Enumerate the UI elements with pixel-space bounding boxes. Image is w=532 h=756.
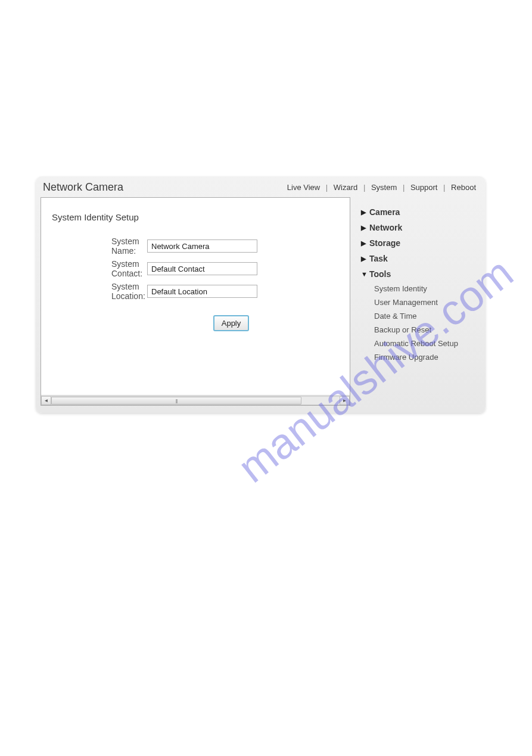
nav-wizard[interactable]: Wizard [331, 183, 360, 192]
nav-support[interactable]: Support [408, 183, 440, 192]
scroll-track[interactable]: ||| [51, 396, 340, 405]
content-title: System Identity Setup [52, 212, 339, 222]
label-system-name: System Name: [52, 237, 147, 256]
sidebar-item-storage[interactable]: ▶ Storage [361, 235, 486, 251]
subitem-date-time[interactable]: Date & Time [361, 309, 486, 323]
sidebar-item-label: Tools [369, 269, 391, 279]
scroll-left-arrow-icon[interactable]: ◄ [41, 396, 51, 405]
input-system-name[interactable] [147, 239, 257, 253]
nav-separator: | [362, 183, 366, 192]
apply-button[interactable]: Apply [213, 315, 250, 331]
subitem-backup-reset[interactable]: Backup or Reset [361, 323, 486, 337]
nav-separator: | [325, 183, 329, 192]
label-system-location: System Location: [52, 282, 147, 301]
row-system-location: System Location: [52, 282, 339, 301]
sidebar-item-label: Storage [369, 238, 400, 248]
main-area: System Identity Setup System Name: Syste… [36, 197, 486, 406]
main-panel: Network Camera Live View | Wizard | Syst… [36, 176, 486, 413]
nav-live-view[interactable]: Live View [285, 183, 322, 192]
chevron-right-icon: ▶ [361, 239, 369, 247]
top-nav: Live View | Wizard | System | Support | … [285, 183, 478, 192]
sidebar-item-network[interactable]: ▶ Network [361, 220, 486, 235]
subitem-automatic-reboot[interactable]: Automatic Reboot Setup [361, 337, 486, 350]
chevron-right-icon: ▶ [361, 255, 369, 263]
sidebar: ▶ Camera ▶ Network ▶ Storage ▶ Task ▼ To… [350, 197, 486, 406]
row-system-contact: System Contact: [52, 259, 339, 278]
subitem-user-management[interactable]: User Management [361, 295, 486, 309]
sidebar-item-task[interactable]: ▶ Task [361, 251, 486, 266]
scroll-grip-icon: ||| [176, 399, 177, 403]
subitem-firmware-upgrade[interactable]: Firmware Upgrade [361, 350, 486, 364]
nav-separator: | [442, 183, 446, 192]
nav-system[interactable]: System [369, 183, 399, 192]
scroll-right-arrow-icon[interactable]: ► [340, 396, 350, 405]
sidebar-item-camera[interactable]: ▶ Camera [361, 204, 486, 220]
nav-reboot[interactable]: Reboot [449, 183, 478, 192]
label-system-contact: System Contact: [52, 259, 147, 278]
sidebar-item-label: Network [369, 223, 402, 232]
chevron-down-icon: ▼ [361, 270, 369, 278]
apply-row: Apply [52, 315, 339, 331]
subitem-system-identity[interactable]: System Identity [361, 282, 486, 295]
sidebar-item-tools[interactable]: ▼ Tools [361, 266, 486, 282]
page-title: Network Camera [43, 181, 123, 194]
input-system-contact[interactable] [147, 262, 257, 275]
chevron-right-icon: ▶ [361, 224, 369, 232]
chevron-right-icon: ▶ [361, 209, 369, 216]
sidebar-item-label: Task [369, 254, 388, 263]
nav-separator: | [402, 183, 406, 192]
row-system-name: System Name: [52, 237, 339, 256]
scroll-thumb[interactable]: ||| [51, 397, 301, 405]
content-frame: System Identity Setup System Name: Syste… [41, 197, 350, 406]
content-body: System Identity Setup System Name: Syste… [41, 198, 350, 395]
sidebar-item-label: Camera [369, 207, 400, 217]
horizontal-scrollbar[interactable]: ◄ ||| ► [41, 395, 350, 405]
panel-header: Network Camera Live View | Wizard | Syst… [36, 176, 486, 197]
input-system-location[interactable] [147, 285, 257, 298]
